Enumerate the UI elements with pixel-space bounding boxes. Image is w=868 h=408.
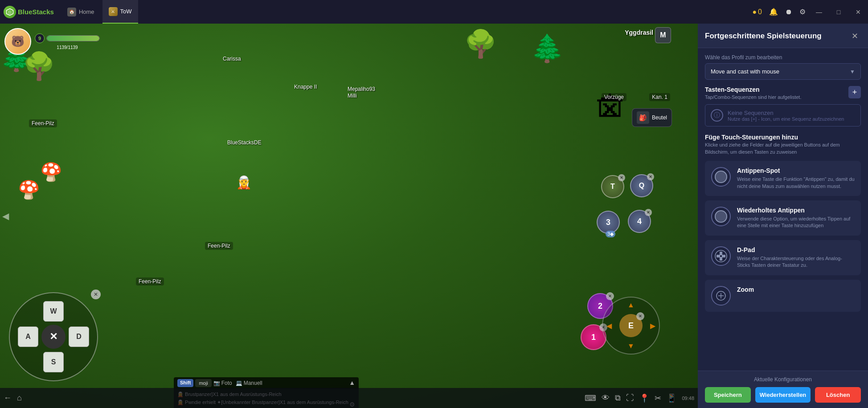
time-display: 09:48: [682, 396, 694, 401]
profile-dropdown[interactable]: Move and cast with mouse ▼: [705, 63, 861, 80]
npc-name-carissa: Carissa: [223, 56, 241, 62]
chat-tab-manuell[interactable]: 💻Manuell: [236, 379, 262, 387]
tab-tow[interactable]: ⚔ ToW: [102, 0, 138, 24]
footer-buttons: Speichern Wiederherstellen Löschen: [705, 387, 861, 403]
gold-display: ● 0: [752, 8, 762, 16]
zoom-control-icon: [711, 286, 731, 306]
repeat-desc: Verwende diese Option, um wiederholtes T…: [737, 216, 855, 229]
chat-scroll-up[interactable]: ▲: [349, 379, 355, 387]
touch-title: Füge Touch-Steuerungen hinzu: [705, 134, 861, 141]
restore-button[interactable]: Wiederherstellen: [755, 387, 811, 403]
skill-4-label: 4: [637, 217, 642, 226]
game-area[interactable]: 🌲 🌳 🌲 🌳 🍄 🍄 🏚 🐻 9 1139/1139: [0, 24, 698, 408]
kan-label: Kan. 1: [649, 93, 670, 101]
skill-button-4[interactable]: 4 ✕: [628, 210, 651, 233]
bluestacks-logo: [4, 6, 16, 18]
player-character: 🧝: [236, 175, 252, 190]
add-sequence-button[interactable]: +: [848, 86, 861, 98]
nav-arrow-left[interactable]: ◀: [2, 211, 9, 221]
mushroom-decoration: 🍄: [18, 180, 40, 200]
skill-q-close[interactable]: ✕: [647, 173, 654, 180]
analog-joystick[interactable]: E ✕ ▲ ▼ ◀ ▶: [602, 297, 660, 355]
back-icon[interactable]: ←: [4, 393, 12, 403]
player-hud: 🐻 9 1139/1139: [4, 28, 100, 55]
dpad-center: ✕: [10, 293, 97, 380]
joystick-arrow-left: ◀: [606, 322, 612, 330]
repeat-circle-icon: [715, 210, 727, 223]
dpad[interactable]: ✕ W A D S ✕: [9, 292, 98, 381]
phone-icon[interactable]: 📱: [667, 393, 676, 403]
npc-name-bluestacks: BlueStacksDE: [227, 139, 262, 146]
maximize-button[interactable]: □: [832, 6, 845, 18]
record-icon[interactable]: ⏺: [785, 8, 792, 16]
tree-decoration: 🌲: [531, 33, 564, 64]
gold-icon: ●: [752, 8, 757, 16]
chevron-down-icon: ▼: [850, 69, 855, 75]
notification-icon[interactable]: 🔔: [769, 8, 778, 16]
antippen-name: Antippen-Spot: [737, 167, 855, 174]
svg-rect-4: [720, 257, 722, 261]
player-level: 9: [35, 33, 45, 43]
repeat-antippen-card: Wiederholtes Antippen Verwende diese Opt…: [705, 200, 861, 236]
profile-label: Wähle das Profil zum bearbeiten: [705, 54, 861, 61]
panel-close-button[interactable]: ✕: [848, 30, 861, 42]
antippen-circle-icon: [715, 171, 727, 183]
title-bar-left: BlueStacks 🏠 Home ⚔ ToW: [4, 0, 138, 24]
sequences-section: Tasten-Sequenzen Tap/Combo-Sequenzen sin…: [705, 86, 861, 126]
antippen-desc: Weise eine Taste die Funktion "Antippen"…: [737, 176, 855, 190]
beutel-icon: 🎒: [637, 111, 649, 124]
home-icon[interactable]: ⌂: [17, 393, 22, 403]
save-button[interactable]: Speichern: [705, 387, 751, 403]
chat-tabs: Shift moji 📷Foto 💻Manuell ▲: [174, 377, 359, 389]
fullscreen-icon[interactable]: ⛶: [626, 393, 634, 403]
scissors-icon[interactable]: ✂: [655, 393, 661, 403]
feen-pilz-label-2: Feen-Pilz: [205, 242, 233, 250]
tab-home[interactable]: 🏠 Home: [61, 0, 101, 24]
joystick-e-button: E ✕: [619, 314, 643, 337]
beutel-button[interactable]: 🎒 Beutel: [632, 108, 672, 127]
sequences-header: Tasten-Sequenzen Tap/Combo-Sequenzen sin…: [705, 86, 861, 101]
copy-icon[interactable]: ⧉: [615, 393, 621, 403]
feen-pilz-label-1: Feen-Pilz: [29, 119, 57, 127]
skill-button-t[interactable]: T ✕: [601, 175, 624, 198]
no-sequences-hint: Nutze das [+] - Icon, um eine Sequenz au…: [728, 116, 855, 122]
screen-icon[interactable]: 👁: [602, 393, 610, 403]
skill-3-stack: 3◆: [606, 231, 615, 237]
dpad-control-desc: Weise der Charaktersteuerung oder des An…: [737, 255, 855, 269]
player-info: 9 1139/1139: [35, 33, 100, 50]
settings-icon[interactable]: ⚙: [799, 8, 806, 16]
panel-body: Wähle das Profil zum bearbeiten Move and…: [698, 48, 868, 371]
skill-button-q[interactable]: Q ✕: [630, 174, 653, 197]
tree-decoration: 🌳: [464, 28, 497, 60]
location-icon[interactable]: 📍: [639, 393, 649, 403]
antippen-info: Antippen-Spot Weise eine Taste die Funkt…: [737, 167, 855, 190]
delete-button[interactable]: Löschen: [815, 387, 861, 403]
skill-q-label: Q: [639, 182, 644, 190]
chat-tab-shift[interactable]: Shift: [177, 379, 193, 387]
skill-4-close[interactable]: ✕: [645, 209, 652, 216]
touch-desc: Klicke und ziehe die Felder auf die jewe…: [705, 142, 861, 155]
profile-selected-value: Move and cast with mouse: [711, 68, 779, 75]
game-background: [0, 24, 698, 408]
joystick-e-close[interactable]: ✕: [636, 312, 644, 320]
map-name: Yggdrasil: [625, 29, 653, 36]
right-panel: Fortgeschrittene Spielsteuerung ✕ Wähle …: [698, 24, 868, 408]
hp-text: 1139/1139: [35, 45, 100, 50]
chat-tab-foto[interactable]: 📷Foto: [213, 379, 232, 387]
svg-rect-5: [717, 255, 720, 257]
no-sequences-label: Keine Sequenzen: [728, 110, 855, 116]
footer-config-label: Aktuelle Konfigurationen: [705, 376, 861, 383]
keyboard-icon[interactable]: ⌨: [585, 393, 596, 403]
skill-t-close[interactable]: ✕: [618, 174, 625, 181]
sequences-desc: Tap/Combo-Sequenzen sind hier aufgeliste…: [705, 94, 801, 101]
joystick-arrow-right: ▶: [650, 322, 655, 330]
window-close-button[interactable]: ✕: [852, 6, 864, 18]
dpad-icon-svg: [715, 250, 727, 262]
skill-2-close[interactable]: ✕: [606, 292, 614, 300]
chat-tab-moji[interactable]: moji: [195, 379, 211, 387]
minimize-button[interactable]: —: [813, 6, 825, 18]
mushroom-decoration: 🍄: [40, 162, 62, 183]
map-m-button[interactable]: M: [655, 27, 671, 43]
brand-name: BlueStacks: [18, 8, 54, 16]
zoom-control-name: Zoom: [737, 286, 855, 293]
